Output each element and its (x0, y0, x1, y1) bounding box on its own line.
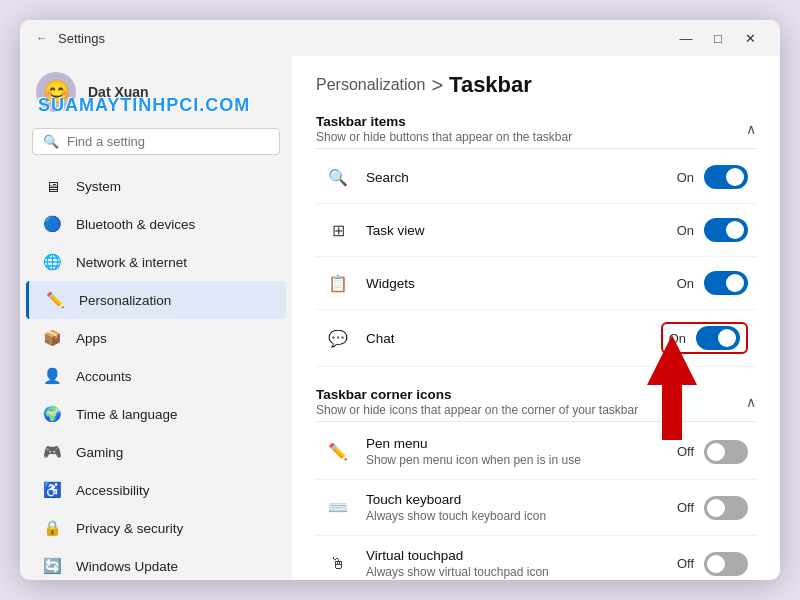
titlebar: ← Settings — □ ✕ (20, 20, 780, 56)
setting-label-task_view: Task view (366, 223, 677, 238)
window-title: Settings (58, 31, 105, 46)
setting-label-pen_menu: Pen menu (366, 436, 677, 451)
setting-right-search: On (677, 165, 748, 189)
nav-label-accessibility: Accessibility (76, 483, 150, 498)
status-text-widgets: On (677, 276, 694, 291)
setting-row-search: 🔍 Search On (316, 151, 756, 204)
search-icon: 🔍 (43, 134, 59, 149)
status-text-pen_menu: Off (677, 444, 694, 459)
setting-row-virtual_touchpad: 🖱 Virtual touchpad Always show virtual t… (316, 536, 756, 580)
close-button[interactable]: ✕ (736, 24, 764, 52)
nav-icon-apps: 📦 (42, 328, 62, 348)
settings-window: ← Settings — □ ✕ 😊 Dat Xuan 🔍 (20, 20, 780, 580)
setting-label-search: Search (366, 170, 677, 185)
sidebar-item-privacy[interactable]: 🔒 Privacy & security (26, 509, 286, 547)
section-header-taskbar_corner_icons: Taskbar corner icons Show or hide icons … (316, 379, 756, 422)
nav-icon-accessibility: ♿ (42, 480, 62, 500)
nav-icon-gaming: 🎮 (42, 442, 62, 462)
titlebar-controls: — □ ✕ (672, 24, 764, 52)
nav-label-apps: Apps (76, 331, 107, 346)
setting-row-widgets: 📋 Widgets On (316, 257, 756, 310)
section-desc-taskbar_corner_icons: Show or hide icons that appear on the co… (316, 403, 638, 417)
setting-right-widgets: On (677, 271, 748, 295)
sidebar: 😊 Dat Xuan 🔍 🖥 System 🔵 Bluetooth & devi… (20, 56, 292, 580)
chevron-icon-taskbar_corner_icons[interactable]: ∧ (746, 394, 756, 410)
nav-label-personalization: Personalization (79, 293, 171, 308)
section-header-taskbar_items: Taskbar items Show or hide buttons that … (316, 106, 756, 149)
setting-right-pen_menu: Off (677, 440, 748, 464)
chevron-icon-taskbar_items[interactable]: ∧ (746, 121, 756, 137)
toggle-task_view[interactable] (704, 218, 748, 242)
sidebar-item-network[interactable]: 🌐 Network & internet (26, 243, 286, 281)
sidebar-item-accessibility[interactable]: ♿ Accessibility (26, 471, 286, 509)
setting-info-touch_keyboard: Touch keyboard Always show touch keyboar… (366, 492, 677, 523)
section-taskbar_items: Taskbar items Show or hide buttons that … (316, 106, 756, 367)
search-box[interactable]: 🔍 (32, 128, 280, 155)
breadcrumb-parent: Personalization (316, 76, 425, 94)
nav-icon-system: 🖥 (42, 176, 62, 196)
settings-main-panel: Personalization > Taskbar Taskbar items … (292, 56, 780, 580)
nav-icon-bluetooth: 🔵 (42, 214, 62, 234)
setting-sublabel-touch_keyboard: Always show touch keyboard icon (366, 509, 677, 523)
setting-info-widgets: Widgets (366, 276, 677, 291)
setting-right-chat: On (661, 322, 748, 354)
setting-right-touch_keyboard: Off (677, 496, 748, 520)
toggle-virtual_touchpad[interactable] (704, 552, 748, 576)
nav-icon-accounts: 👤 (42, 366, 62, 386)
setting-row-chat: 💬 Chat On (316, 310, 756, 367)
sidebar-item-gaming[interactable]: 🎮 Gaming (26, 433, 286, 471)
setting-label-widgets: Widgets (366, 276, 677, 291)
setting-label-touch_keyboard: Touch keyboard (366, 492, 677, 507)
main-content-area: 😊 Dat Xuan 🔍 🖥 System 🔵 Bluetooth & devi… (20, 56, 780, 580)
nav-label-accounts: Accounts (76, 369, 132, 384)
sidebar-item-apps[interactable]: 📦 Apps (26, 319, 286, 357)
nav-icon-privacy: 🔒 (42, 518, 62, 538)
highlight-box-chat: On (661, 322, 748, 354)
maximize-button[interactable]: □ (704, 24, 732, 52)
section-title-taskbar_items: Taskbar items (316, 114, 572, 129)
sidebar-item-accounts[interactable]: 👤 Accounts (26, 357, 286, 395)
setting-icon-virtual_touchpad: 🖱 (324, 550, 352, 578)
toggle-touch_keyboard[interactable] (704, 496, 748, 520)
page-header: Personalization > Taskbar (292, 56, 780, 106)
setting-sublabel-virtual_touchpad: Always show virtual touchpad icon (366, 565, 677, 579)
setting-label-chat: Chat (366, 331, 661, 346)
nav-label-gaming: Gaming (76, 445, 123, 460)
nav-icon-time: 🌍 (42, 404, 62, 424)
breadcrumb-current: Taskbar (449, 72, 532, 98)
status-text-chat: On (669, 331, 686, 346)
nav-label-windows_update: Windows Update (76, 559, 178, 574)
breadcrumb: Personalization > Taskbar (316, 72, 756, 98)
sidebar-item-windows_update[interactable]: 🔄 Windows Update (26, 547, 286, 580)
settings-content: Taskbar items Show or hide buttons that … (292, 106, 780, 580)
nav-label-privacy: Privacy & security (76, 521, 183, 536)
toggle-search[interactable] (704, 165, 748, 189)
toggle-chat[interactable] (696, 326, 740, 350)
titlebar-left: ← Settings (36, 31, 105, 46)
setting-icon-task_view: ⊞ (324, 216, 352, 244)
setting-icon-search: 🔍 (324, 163, 352, 191)
nav-label-system: System (76, 179, 121, 194)
setting-sublabel-pen_menu: Show pen menu icon when pen is in use (366, 453, 677, 467)
sidebar-item-system[interactable]: 🖥 System (26, 167, 286, 205)
nav-label-time: Time & language (76, 407, 178, 422)
sidebar-item-time[interactable]: 🌍 Time & language (26, 395, 286, 433)
sidebar-item-personalization[interactable]: ✏️ Personalization (26, 281, 286, 319)
toggle-widgets[interactable] (704, 271, 748, 295)
setting-info-task_view: Task view (366, 223, 677, 238)
status-text-virtual_touchpad: Off (677, 556, 694, 571)
setting-label-virtual_touchpad: Virtual touchpad (366, 548, 677, 563)
status-text-search: On (677, 170, 694, 185)
nav-list: 🖥 System 🔵 Bluetooth & devices 🌐 Network… (20, 167, 292, 580)
search-input[interactable] (67, 134, 269, 149)
setting-row-task_view: ⊞ Task view On (316, 204, 756, 257)
nav-label-bluetooth: Bluetooth & devices (76, 217, 195, 232)
section-desc-taskbar_items: Show or hide buttons that appear on the … (316, 130, 572, 144)
setting-right-task_view: On (677, 218, 748, 242)
sidebar-item-bluetooth[interactable]: 🔵 Bluetooth & devices (26, 205, 286, 243)
setting-right-virtual_touchpad: Off (677, 552, 748, 576)
minimize-button[interactable]: — (672, 24, 700, 52)
nav-icon-personalization: ✏️ (45, 290, 65, 310)
nav-icon-windows_update: 🔄 (42, 556, 62, 576)
toggle-pen_menu[interactable] (704, 440, 748, 464)
